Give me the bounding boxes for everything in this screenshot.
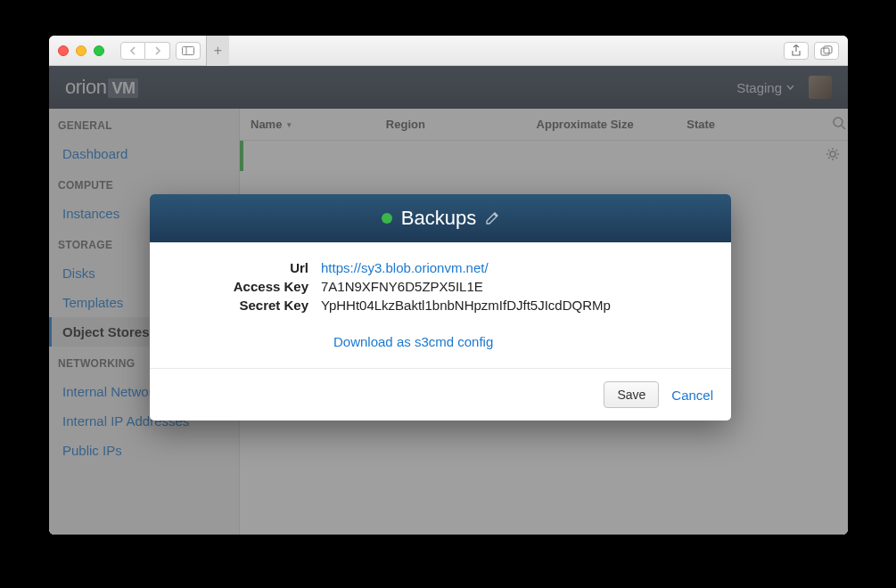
sidebar-toggle-button[interactable]: [176, 42, 201, 60]
download-config-link[interactable]: Download as s3cmd config: [333, 334, 493, 349]
minimize-window-button[interactable]: [76, 45, 86, 56]
save-button[interactable]: Save: [604, 381, 659, 408]
cancel-button[interactable]: Cancel: [671, 388, 713, 403]
object-store-modal: Backups Url https://sy3.blob.orionvm.net…: [150, 194, 731, 421]
secret-key-label: Secret Key: [171, 298, 321, 313]
titlebar: +: [49, 36, 848, 66]
window-controls: [58, 45, 104, 56]
back-button[interactable]: [120, 42, 145, 60]
svg-rect-2: [821, 48, 829, 55]
url-value-link[interactable]: https://sy3.blob.orionvm.net/: [321, 260, 489, 275]
forward-button[interactable]: [145, 42, 170, 60]
new-tab-button[interactable]: +: [206, 36, 229, 66]
access-key-label: Access Key: [171, 279, 321, 294]
modal-body: Url https://sy3.blob.orionvm.net/ Access…: [150, 242, 731, 368]
status-indicator-icon: [382, 213, 392, 224]
svg-rect-0: [183, 46, 194, 54]
svg-rect-3: [824, 45, 832, 53]
maximize-window-button[interactable]: [94, 45, 104, 56]
access-key-value: 7A1N9XFNY6D5ZPX5IL1E: [321, 279, 483, 294]
modal-header: Backups: [150, 194, 731, 242]
url-label: Url: [171, 260, 321, 275]
modal-footer: Save Cancel: [150, 368, 731, 421]
tabs-button[interactable]: [814, 42, 839, 60]
browser-window: + orionVM Staging GENERAL Dashboard COMP…: [49, 36, 848, 535]
share-button[interactable]: [784, 42, 809, 60]
modal-title: Backups: [401, 207, 476, 230]
close-window-button[interactable]: [58, 45, 69, 56]
edit-icon[interactable]: [485, 211, 499, 225]
secret-key-value: YpHHt04LkzBaktl1bnbNHpzmIfDJft5JIcdDQRMp: [321, 298, 611, 313]
